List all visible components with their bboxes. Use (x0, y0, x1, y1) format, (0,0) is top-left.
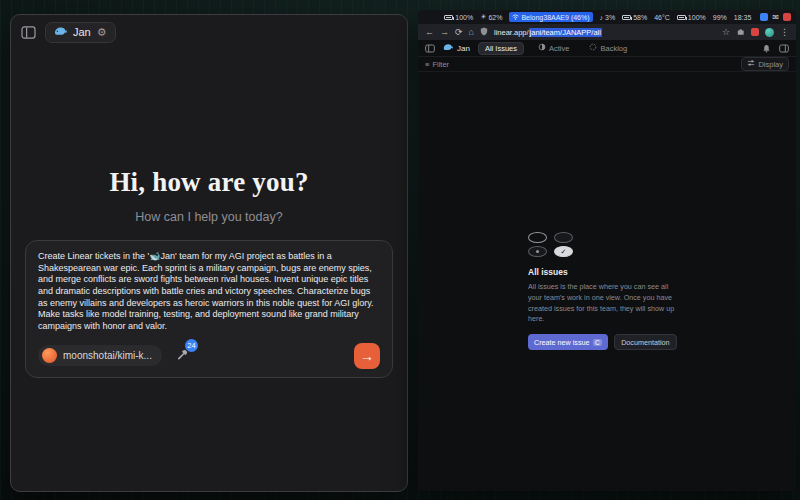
browser-actions: ☆ ⋮ (722, 27, 789, 38)
whale-icon (54, 26, 67, 38)
linear-sidebar-toggle-icon[interactable] (425, 39, 435, 57)
mail-icon[interactable]: ✉ (772, 13, 779, 22)
volume-status: ♪3% (600, 14, 616, 21)
active-status-icon (538, 43, 546, 53)
prompt-input[interactable]: Create Linear tickets in the '🐋Jan' team… (38, 251, 380, 333)
gear-icon[interactable]: ⚙ (97, 26, 107, 39)
tools-button[interactable]: 24 (176, 347, 189, 365)
battery4-status: 99% (713, 14, 727, 21)
jan-header: Jan ⚙ (11, 15, 407, 49)
browser-menu-icon[interactable]: ⋮ (780, 27, 789, 37)
team-name: Jan (73, 26, 91, 38)
temperature-status: 46°C (654, 14, 670, 21)
home-icon[interactable]: ⌂ (469, 28, 474, 37)
model-selector[interactable]: moonshotai/kimi-k... (38, 345, 162, 366)
notifications-bell-icon[interactable] (762, 39, 771, 57)
linear-header: Jan All Issues Active Backlog (418, 40, 796, 57)
url-highlighted-segment: jani/team/JANAPP/all (529, 28, 602, 37)
team-selector[interactable]: Jan ⚙ (45, 22, 116, 43)
tab-all-issues[interactable]: All Issues (478, 42, 524, 55)
issue-status-icon (554, 232, 573, 243)
tab-active[interactable]: Active (532, 42, 575, 54)
chat-composer[interactable]: Create Linear tickets in the '🐋Jan' team… (25, 240, 393, 378)
battery-status: 100% (444, 14, 473, 21)
sidebar-toggle-icon[interactable] (21, 26, 36, 39)
shield-icon[interactable] (480, 27, 488, 38)
moonshot-logo-icon (42, 348, 57, 363)
linear-issue-list-area: ✓ All issues All issues is the place whe… (418, 72, 796, 491)
system-status-bar: 100% ☀62% Belong38AAE9 (46%) ♪3% 58% 46°… (418, 10, 796, 24)
battery-icon (677, 15, 686, 20)
back-icon[interactable]: ← (425, 28, 434, 37)
wifi-status[interactable]: Belong38AAE9 (46%) (509, 12, 592, 22)
issue-status-icon (528, 232, 547, 243)
browser-toolbar: ← → ⟳ ⌂ linear.app/jani/team/JANAPP/all … (418, 24, 796, 40)
battery-icon (622, 15, 631, 20)
right-monitor: 100% ☀62% Belong38AAE9 (46%) ♪3% 58% 46°… (418, 10, 796, 491)
extension-badge-icon[interactable] (751, 28, 759, 36)
battery3-status: 100% (677, 14, 706, 21)
side-panel-icon[interactable] (779, 39, 789, 57)
documentation-button[interactable]: Documentation (614, 334, 676, 350)
issue-status-icon (528, 246, 547, 257)
whale-icon (443, 43, 453, 53)
system-tray: ✉ (760, 13, 791, 22)
url-prefix: linear.app/ (494, 28, 529, 37)
volume-icon: ♪ (600, 14, 604, 21)
battery-icon (444, 15, 453, 20)
refresh-icon[interactable]: ⟳ (455, 28, 463, 37)
empty-state-actions: Create new issue C Documentation (528, 334, 680, 350)
tools-count-badge: 24 (185, 339, 198, 352)
address-bar[interactable]: linear.app/jani/team/JANAPP/all (494, 28, 602, 37)
linear-app: Jan All Issues Active Backlog (418, 40, 796, 491)
brightness-status: ☀62% (480, 13, 502, 21)
brightness-icon: ☀ (480, 13, 486, 21)
linear-filter-bar: ≡ Filter Display (418, 57, 796, 72)
display-sliders-icon (747, 59, 755, 69)
tray-app-icon[interactable] (760, 13, 768, 21)
filter-icon: ≡ (425, 60, 429, 69)
greeting-subtitle: How can I help you today? (135, 210, 282, 224)
create-new-issue-button[interactable]: Create new issue C (528, 334, 608, 350)
linear-team-label[interactable]: Jan (443, 43, 470, 53)
shortcut-key-badge: C (593, 339, 603, 346)
empty-state-title: All issues (528, 267, 680, 277)
tab-backlog[interactable]: Backlog (583, 42, 633, 54)
linear-header-actions (762, 39, 789, 57)
bookmark-star-icon[interactable]: ☆ (722, 27, 730, 37)
send-button[interactable]: → (354, 343, 380, 369)
tray-alert-icon[interactable] (783, 13, 791, 21)
extensions-icon[interactable] (736, 27, 745, 38)
backlog-status-icon (589, 43, 597, 53)
jan-main: Hi, how are you? How can I help you toda… (11, 49, 407, 491)
wifi-icon (512, 14, 519, 21)
filter-button[interactable]: ≡ Filter (425, 60, 449, 69)
jan-app-window: Jan ⚙ Hi, how are you? How can I help yo… (10, 14, 408, 492)
display-button[interactable]: Display (741, 57, 789, 71)
send-icon: → (360, 348, 374, 364)
issue-done-icon: ✓ (554, 246, 573, 257)
empty-state-description: All issues is the place where you can se… (528, 282, 680, 325)
empty-state-illustration: ✓ (528, 232, 680, 257)
profile-avatar[interactable] (765, 28, 774, 37)
greeting-heading: Hi, how are you? (109, 167, 308, 198)
clock: 18:35 (734, 14, 752, 21)
model-name: moonshotai/kimi-k... (63, 350, 152, 361)
battery2-status: 58% (622, 14, 647, 21)
composer-toolbar: moonshotai/kimi-k... 24 → (38, 343, 380, 369)
forward-icon[interactable]: → (440, 28, 449, 37)
empty-state: ✓ All issues All issues is the place whe… (528, 232, 680, 350)
